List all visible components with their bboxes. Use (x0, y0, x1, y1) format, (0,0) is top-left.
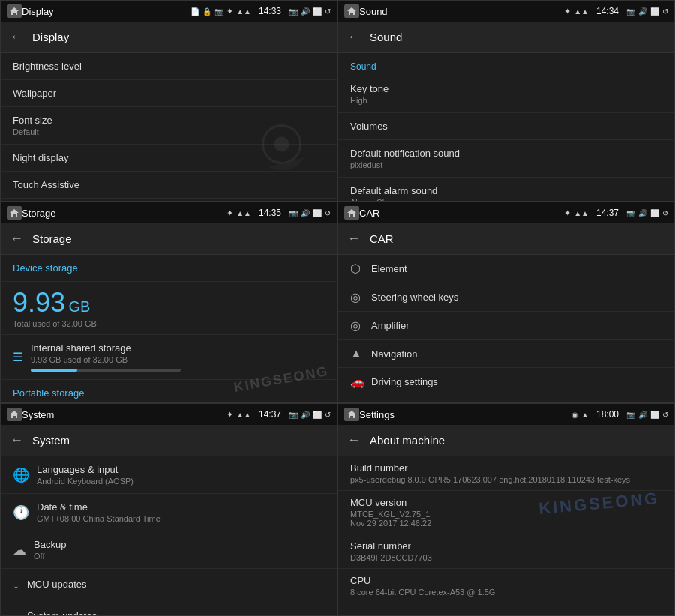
system-panel: System ✦ ▲▲ 14:37 📷 🔊 ⬜ ↺ ← System 🌐 Lan… (0, 403, 338, 616)
svg-marker-4 (10, 209, 19, 217)
system-time: 14:37 (259, 409, 281, 420)
about-home-icon[interactable] (344, 408, 359, 421)
amplifier-label: Amplifier (371, 320, 410, 331)
system-sub-header: ← System (1, 425, 337, 456)
display-time: 14:33 (259, 6, 281, 16)
notification-sound-title: Default notification sound (350, 148, 662, 159)
mcu-updates-item[interactable]: ↓ MCU updates (1, 569, 337, 600)
backup-item[interactable]: ☁ Backup Off (1, 531, 337, 569)
system-home-icon[interactable] (7, 408, 22, 421)
extra-settings-item[interactable]: ⚙ Extra settings (338, 396, 674, 402)
key-tone-item[interactable]: Key tone High (338, 76, 674, 113)
home-icon[interactable] (7, 4, 22, 18)
sound-time: 14:34 (596, 6, 619, 16)
key-tone-sub: High (350, 96, 662, 105)
system-header-title: System (32, 434, 70, 447)
car-home-icon[interactable] (344, 206, 359, 220)
about-sub-header: ← About machine (338, 425, 674, 456)
c-sc: ⬜ (650, 209, 659, 217)
languages-title: Languages & input (37, 464, 134, 475)
internal-storage-item[interactable]: ☰ Internal shared storage 9.93 GB used o… (1, 335, 337, 380)
wallpaper-item[interactable]: Wallpaper (1, 80, 337, 107)
languages-item[interactable]: 🌐 Languages & input Android Keyboard (AO… (1, 456, 337, 494)
about-back-button[interactable]: ← (347, 432, 361, 448)
about-status-icons: ◉ ▲ 18:00 📷 🔊 ⬜ ↺ (572, 409, 668, 420)
device-storage-label: Device storage (1, 255, 337, 282)
datetime-title: Date & time (37, 501, 160, 513)
svg-marker-6 (10, 411, 19, 418)
sound-section-text: Sound (350, 61, 376, 72)
steering-label: Steering wheel keys (371, 292, 458, 303)
mcu-updates-title: MCU updates (27, 579, 86, 590)
internal-storage-title: Internal shared storage (31, 342, 181, 354)
storage-title: Storage (22, 208, 226, 219)
car-sub-header: ← CAR (338, 223, 674, 255)
cpu-item[interactable]: CPU 8 core 64-bit CPU Coretex-A53 @ 1.5G (338, 569, 674, 603)
storage-back-button[interactable]: ← (10, 231, 23, 247)
system-title: System (22, 409, 226, 420)
alarm-sound-item[interactable]: Default alarm sound Alarm_Classic (338, 178, 674, 201)
system-updates-item[interactable]: ↓ System updates (1, 600, 337, 615)
storage-size-value: 9.93 (13, 287, 65, 318)
ab-gps: ◉ (572, 411, 578, 419)
vol-icon: 🔊 (301, 7, 310, 16)
s-back: ↺ (662, 7, 668, 16)
s-cam: 📷 (626, 7, 635, 16)
touch-assistive-item[interactable]: Touch Assistive (1, 172, 337, 199)
amplifier-item[interactable]: ◎ Amplifier (338, 312, 674, 340)
about-time: 18:00 (596, 409, 619, 420)
serial-number-item[interactable]: Serial number D3B49F2D8CCD7703 (338, 534, 674, 569)
display-sub-header: ← Display (1, 22, 337, 53)
c-sig: ▲▲ (574, 209, 589, 217)
display-back-button[interactable]: ← (10, 29, 23, 45)
sy-cam: 📷 (289, 411, 298, 419)
s-vol: 🔊 (638, 7, 647, 16)
volumes-title: Volumes (350, 121, 662, 132)
alarm-sound-title: Default alarm sound (350, 185, 662, 196)
sy-back: ↺ (325, 411, 331, 419)
svg-marker-3 (347, 7, 356, 15)
sound-header-title: Sound (370, 31, 402, 43)
steering-wheel-item[interactable]: ◎ Steering wheel keys (338, 283, 674, 312)
sc-icon: ⬜ (313, 7, 322, 16)
car-status-bar: CAR ✦ ▲▲ 14:37 📷 🔊 ⬜ ↺ (338, 202, 674, 223)
volumes-item[interactable]: Volumes (338, 113, 674, 140)
font-size-item[interactable]: Font size Default (1, 107, 337, 145)
storage-home-icon[interactable] (7, 206, 22, 220)
car-back-button[interactable]: ← (347, 231, 361, 247)
driving-settings-item[interactable]: 🚗 Driving settings (338, 368, 674, 396)
brightness-item[interactable]: Brightness level (1, 53, 337, 80)
storage-header-title: Storage (32, 232, 72, 245)
display-settings-list: Brightness level Wallpaper Font size Def… (1, 53, 337, 201)
navigation-item[interactable]: ▲ Navigation (338, 340, 674, 368)
night-display-item[interactable]: Night display (1, 145, 337, 172)
notification-sound-item[interactable]: Default notification sound pixiedust (338, 140, 674, 178)
driving-label: Driving settings (371, 376, 438, 387)
bluetooth-icon: ✦ (226, 7, 233, 16)
display-title: Display (22, 6, 190, 17)
system-back-button[interactable]: ← (10, 432, 23, 448)
sound-back-button[interactable]: ← (347, 29, 361, 45)
backup-title: Backup (34, 539, 66, 550)
storage-progress-fill (31, 369, 77, 372)
c-vol: 🔊 (638, 209, 647, 217)
build-number-item[interactable]: Build number px5-userdebug 8.0.0 OPR5.17… (338, 456, 674, 491)
ab-vol: 🔊 (638, 411, 647, 419)
datetime-item[interactable]: 🕐 Date & time GMT+08:00 China Standard T… (1, 494, 337, 531)
sound-home-icon[interactable] (344, 4, 359, 18)
mcu-icon: ↓ (13, 576, 20, 592)
storage-status-icons: ✦ ▲▲ 14:35 📷 🔊 ⬜ ↺ (226, 208, 331, 218)
night-display-title: Night display (13, 152, 325, 163)
st-sig: ▲▲ (236, 209, 251, 217)
ab-sc: ⬜ (650, 411, 659, 419)
sound-panel: Sound ✦ ▲▲ 14:34 📷 🔊 ⬜ ↺ ← Sound Sound K… (338, 0, 675, 202)
portable-storage-text: Portable storage (13, 387, 325, 399)
status-icons: 📄 🔒 📷 ✦ ▲▲ 14:33 📷 🔊 ⬜ ↺ (190, 6, 331, 16)
serial-number-title: Serial number (350, 540, 662, 552)
camera-icon2: 📷 (214, 7, 224, 16)
st-bt: ✦ (226, 208, 233, 218)
element-item[interactable]: ⬡ Element (338, 255, 674, 283)
sy-sig: ▲▲ (236, 411, 251, 419)
mcu-version-item[interactable]: MCU version MTCE_KGL_V2.75_1 Nov 29 2017… (338, 491, 674, 534)
cpu-value: 8 core 64-bit CPU Coretex-A53 @ 1.5G (350, 588, 662, 597)
